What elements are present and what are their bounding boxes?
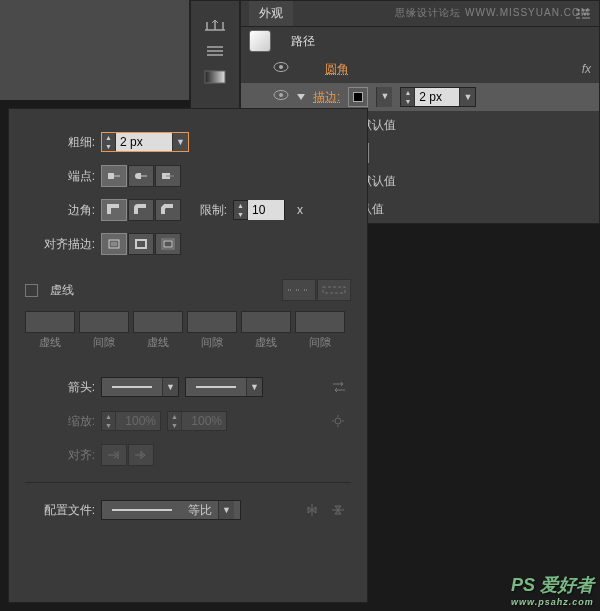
align-inside-button[interactable] — [128, 233, 154, 255]
cap-buttons — [101, 165, 181, 187]
corner-bevel-button[interactable] — [155, 199, 181, 221]
scale-start-input[interactable] — [116, 414, 160, 428]
visibility-eye-icon[interactable] — [273, 61, 289, 77]
stroke-link[interactable]: 描边: — [313, 89, 340, 106]
gap-input-3[interactable] — [295, 311, 345, 333]
align-arrow-tip-button[interactable] — [101, 444, 127, 466]
spinner-icon[interactable]: ▲▼ — [102, 412, 116, 430]
visibility-eye-icon[interactable] — [273, 89, 289, 105]
dash-input-3[interactable] — [241, 311, 291, 333]
arrow-start-select[interactable]: ▼ — [101, 377, 179, 397]
scale-start-field[interactable]: ▲▼ — [101, 411, 161, 431]
swatch-dropdown-icon[interactable]: ▼ — [376, 87, 392, 107]
weight-input[interactable] — [116, 133, 172, 151]
dash-gap-inputs — [25, 311, 351, 333]
arrow-row: 箭头: ▼ ▼ — [25, 370, 351, 404]
limit-label: 限制: — [187, 202, 227, 219]
limit-suffix: x — [297, 203, 303, 217]
svg-point-2 — [279, 65, 283, 69]
spinner-icon[interactable]: ▲▼ — [102, 133, 116, 151]
gap-input-2[interactable] — [187, 311, 237, 333]
svg-rect-0 — [205, 71, 225, 83]
tool-dock — [190, 0, 240, 110]
profile-select[interactable]: 等比 ▼ — [101, 500, 241, 520]
path-label: 路径 — [291, 33, 315, 50]
rounded-corners-link[interactable]: 圆角 — [325, 61, 349, 78]
watermark-top: 思缘设计论坛 WWW.MISSYUAN.COM — [395, 6, 590, 20]
stroke-weight-field[interactable]: ▲▼ ▼ — [400, 87, 476, 107]
dash-preserve-button[interactable] — [282, 279, 316, 301]
profile-type-label: 等比 — [182, 502, 218, 519]
gradient-icon[interactable] — [201, 67, 229, 87]
corner-round-button[interactable] — [128, 199, 154, 221]
gap-input-1[interactable] — [79, 311, 129, 333]
cap-round-button[interactable] — [128, 165, 154, 187]
align-outside-button[interactable] — [155, 233, 181, 255]
dash-input-2[interactable] — [133, 311, 183, 333]
align-arrow-buttons — [101, 444, 154, 466]
arrow-end-select[interactable]: ▼ — [185, 377, 263, 397]
corner-label: 边角: — [25, 202, 95, 219]
divider — [25, 482, 351, 483]
dash-align-button[interactable] — [317, 279, 351, 301]
expand-triangle-icon[interactable] — [297, 94, 305, 100]
profile-row: 配置文件: 等比 ▼ — [25, 493, 351, 527]
gap-label: 间隙 — [187, 335, 237, 350]
dropdown-icon[interactable]: ▼ — [459, 88, 475, 106]
spinner-icon[interactable]: ▲▼ — [401, 88, 415, 106]
ruler-icon[interactable] — [201, 15, 229, 35]
corner-miter-button[interactable] — [101, 199, 127, 221]
cap-butt-button[interactable] — [101, 165, 127, 187]
svg-point-16 — [335, 418, 341, 424]
svg-rect-5 — [108, 173, 114, 179]
cap-projecting-button[interactable] — [155, 165, 181, 187]
spinner-icon[interactable]: ▲▼ — [168, 412, 182, 430]
dropdown-icon[interactable]: ▼ — [162, 378, 178, 396]
dash-label: 虚线 — [133, 335, 183, 350]
swap-arrows-icon[interactable] — [331, 380, 351, 394]
stroke-row[interactable]: 描边: ▼ ▲▼ ▼ — [241, 83, 599, 111]
canvas-area — [0, 0, 190, 100]
gap-label: 间隙 — [79, 335, 129, 350]
svg-rect-11 — [111, 242, 117, 246]
fx-badge[interactable]: fx — [582, 62, 591, 76]
flip-horizontal-icon[interactable] — [305, 503, 325, 517]
flip-vertical-icon[interactable] — [331, 503, 351, 517]
limit-field[interactable]: ▲▼ — [233, 200, 285, 220]
stroke-color-swatch[interactable] — [348, 87, 368, 107]
dash-gap-labels: 虚线 间隙 虚线 间隙 虚线 间隙 — [25, 335, 351, 350]
lines-icon[interactable] — [201, 41, 229, 61]
watermark-bottom: PS 爱好者 www.psahz.com — [511, 573, 594, 607]
scale-end-input[interactable] — [182, 414, 226, 428]
dash-label: 虚线 — [25, 335, 75, 350]
dropdown-icon[interactable]: ▼ — [246, 378, 262, 396]
weight-row: 粗细: ▲▼ ▼ — [25, 125, 351, 159]
weight-field[interactable]: ▲▼ ▼ — [101, 132, 189, 152]
align-arrow-label: 对齐: — [25, 447, 95, 464]
align-arrow-end-button[interactable] — [128, 444, 154, 466]
dashed-row: 虚线 — [25, 273, 351, 307]
dashed-label: 虚线 — [50, 282, 74, 299]
dropdown-icon[interactable]: ▼ — [218, 501, 234, 519]
scale-row: 缩放: ▲▼ ▲▼ — [25, 404, 351, 438]
dashed-checkbox[interactable] — [25, 284, 38, 297]
link-scale-icon[interactable] — [331, 414, 351, 428]
limit-input[interactable] — [248, 200, 284, 220]
stroke-weight-input[interactable] — [415, 88, 459, 106]
scale-end-field[interactable]: ▲▼ — [167, 411, 227, 431]
rounded-row: 圆角 fx — [241, 55, 599, 83]
path-row: 路径 — [241, 27, 599, 55]
svg-rect-13 — [164, 241, 172, 247]
profile-label: 配置文件: — [25, 502, 95, 519]
align-arrow-row: 对齐: — [25, 438, 351, 472]
cap-label: 端点: — [25, 168, 95, 185]
scale-label: 缩放: — [25, 413, 95, 430]
stroke-options-popup: 粗细: ▲▼ ▼ 端点: 边角: 限制: ▲▼ x 对齐描边: — [8, 108, 368, 603]
panel-tab-appearance[interactable]: 外观 — [249, 1, 293, 26]
align-center-button[interactable] — [101, 233, 127, 255]
spinner-icon[interactable]: ▲▼ — [234, 201, 248, 219]
dash-label: 虚线 — [241, 335, 291, 350]
dropdown-icon[interactable]: ▼ — [172, 133, 188, 151]
dash-input-1[interactable] — [25, 311, 75, 333]
path-thumbnail-icon[interactable] — [249, 30, 271, 52]
